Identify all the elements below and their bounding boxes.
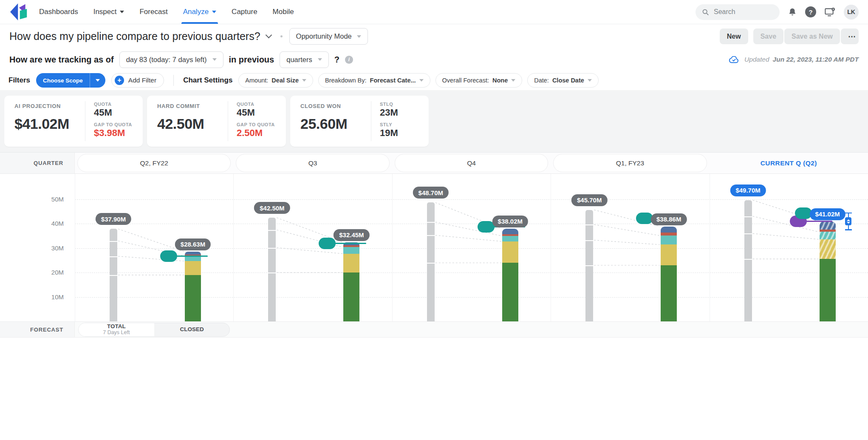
arrow-down-icon <box>847 222 850 224</box>
kpi-side-item: GAP TO QUOTA$3.98M <box>94 122 143 139</box>
nav-item-capture[interactable]: Capture <box>232 0 257 24</box>
screen-settings-icon[interactable] <box>825 7 835 17</box>
nav-item-analyze[interactable]: Analyze <box>183 0 216 24</box>
quarter-header-q1-fy23[interactable]: Q1, FY23 <box>553 154 707 172</box>
top-nav: DashboardsInspectForecastAnalyzeCaptureM… <box>0 0 868 24</box>
help-icon[interactable] <box>805 6 816 17</box>
opportunity-mode-select[interactable]: Opportunity Mode <box>289 28 368 45</box>
kpi-side-item: STLY19M <box>380 122 429 139</box>
kpi-value: $41.02M <box>14 116 85 132</box>
chevron-down-icon <box>357 35 361 38</box>
plus-icon: + <box>115 76 124 85</box>
nav-item-forecast[interactable]: Forecast <box>139 0 167 24</box>
choose-scope-chevron[interactable] <box>90 73 105 88</box>
notifications-bell-icon[interactable] <box>788 7 797 17</box>
more-options-button[interactable] <box>841 28 859 44</box>
avatar[interactable]: LK <box>844 5 859 20</box>
info-icon[interactable] <box>345 56 353 64</box>
quarter-header-q3[interactable]: Q3 <box>236 154 389 172</box>
day-select[interactable]: day 83 (today: 7 days left) <box>119 51 223 68</box>
kpi-value: 25.60M <box>300 116 371 132</box>
cloud-sync-icon <box>729 56 739 63</box>
kpi-side-label: QUOTA <box>94 102 143 107</box>
kpi-card-closed-won: CLOSED WON25.60MSTLQ23MSTLY19M <box>290 96 429 147</box>
choose-scope-button[interactable]: Choose Scope <box>36 73 105 88</box>
period-select[interactable]: quarters <box>280 51 329 68</box>
new-button[interactable]: New <box>720 28 748 44</box>
quarter-header-q2-fy22[interactable]: Q2, FY22 <box>77 154 231 172</box>
closed-bar-label: $32.45M <box>334 229 369 241</box>
updated-timestamp: Jun 22, 2023, 11:20 AM PDT <box>773 56 859 63</box>
column-title: TOTAL <box>107 324 126 330</box>
period-select-value: quarters <box>286 56 312 64</box>
clari-logo-icon[interactable] <box>9 3 29 21</box>
chip-label: Amount: <box>245 77 268 84</box>
separator-dot <box>280 35 283 37</box>
kpi-side-value: $3.98M <box>94 128 143 139</box>
total-bar-label: $48.70M <box>413 187 449 199</box>
chevron-down-icon <box>318 58 322 61</box>
chart-plot: 50M40M30M20M10M$37.90M$28.63M$42.50M$32.… <box>0 174 868 321</box>
quarter-header-label: QUARTER <box>0 153 75 173</box>
app-window: DashboardsInspectForecastAnalyzeCaptureM… <box>0 0 868 440</box>
chip-value: Close Date <box>552 77 584 84</box>
nav-right: Search LK <box>696 4 859 20</box>
nav-item-label: Analyze <box>183 8 209 16</box>
search-input[interactable]: Search <box>696 4 780 20</box>
quarter-header-row: QUARTER Q2, FY22Q3Q4Q1, FY23CURRENT Q (Q… <box>0 153 868 174</box>
kpi-value: 42.50M <box>157 116 228 132</box>
what-if-slider-handle[interactable] <box>845 217 851 225</box>
what-if-slider-cap <box>845 229 852 230</box>
chevron-down-icon <box>302 79 306 82</box>
filter-chip-overall-forecast[interactable]: Overall Forecast:None <box>435 73 523 88</box>
chip-value: None <box>492 77 508 84</box>
title-chevron-icon[interactable] <box>265 32 272 39</box>
column-header-total[interactable]: TOTAL7 Days Left <box>79 323 154 336</box>
search-icon <box>702 9 709 16</box>
kpi-card-hard-commit: HARD COMMIT42.50MQUOTA45MGAP TO QUOTA2.5… <box>147 96 286 147</box>
chevron-down-icon <box>588 79 592 82</box>
teal-forecast-marker[interactable] <box>478 221 495 233</box>
column-header-closed[interactable]: CLOSED <box>154 323 230 336</box>
total-bar-label: $45.70M <box>571 194 607 206</box>
divider <box>173 75 174 86</box>
kpi-side-value: 2.50M <box>237 128 286 139</box>
column-title: CLOSED <box>180 326 204 333</box>
what-if-slider-cap <box>845 213 852 214</box>
nav-item-mobile[interactable]: Mobile <box>273 0 294 24</box>
teal-forecast-marker[interactable] <box>319 238 336 249</box>
filter-chip-amount[interactable]: Amount:Deal Size <box>238 73 313 88</box>
nav-item-inspect[interactable]: Inspect <box>93 0 124 24</box>
chevron-down-icon <box>212 58 217 61</box>
kpi-side-value: 45M <box>94 107 143 118</box>
filter-chip-breakdown-by[interactable]: Breakdown By:Forecast Cate... <box>318 73 430 88</box>
search-placeholder: Search <box>714 8 735 16</box>
primary-nav: DashboardsInspectForecastAnalyzeCaptureM… <box>39 0 294 24</box>
nav-item-dashboards[interactable]: Dashboards <box>39 0 78 24</box>
column-header-row: FORECAST TOTAL7 Days LeftCLOSED <box>0 321 868 338</box>
nav-item-label: Capture <box>232 8 257 16</box>
teal-forecast-marker[interactable] <box>160 250 177 262</box>
tracking-middle: in previous <box>229 55 274 65</box>
kpi-side-label: GAP TO QUOTA <box>94 122 143 127</box>
page-title: How does my pipeline compare to previous… <box>9 30 260 43</box>
kpi-side-label: GAP TO QUOTA <box>237 122 286 127</box>
updated-label: Updated <box>744 56 769 63</box>
kpi-title: AI PROJECTION <box>14 103 85 109</box>
kpi-side-item: QUOTA45M <box>94 102 143 118</box>
choose-scope-label: Choose Scope <box>36 73 90 88</box>
add-filter-label: Add Filter <box>128 77 156 84</box>
save-as-new-button[interactable]: Save as New <box>784 28 840 44</box>
quarter-header-current-q-q2[interactable]: CURRENT Q (Q2) <box>710 153 868 174</box>
kpi-side-item: GAP TO QUOTA2.50M <box>237 122 286 139</box>
kpi-side-value: 23M <box>380 107 429 118</box>
kpi-side-value: 45M <box>237 107 286 118</box>
tracking-bar: How are we tracking as of day 83 (today:… <box>0 48 868 71</box>
filter-chip-date[interactable]: Date:Close Date <box>527 73 599 88</box>
kpi-card-ai-projection: AI PROJECTION$41.02MQUOTA45MGAP TO QUOTA… <box>4 96 143 147</box>
title-bar: How does my pipeline compare to previous… <box>0 24 868 48</box>
quarter-header-q4[interactable]: Q4 <box>395 154 548 172</box>
tracking-suffix: ? <box>334 55 339 65</box>
add-filter-button[interactable]: + Add Filter <box>111 73 164 88</box>
save-button[interactable]: Save <box>753 28 783 44</box>
